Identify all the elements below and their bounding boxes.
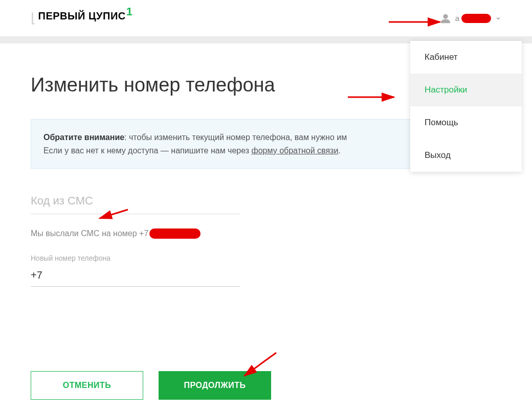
button-row: ОТМЕНИТЬ ПРОДОЛЖИТЬ (31, 371, 271, 400)
svg-point-0 (443, 14, 448, 18)
header: ⌊ ПЕРВЫЙ ЦУПИС 1 a (0, 0, 532, 36)
notice-after-link: . (338, 146, 340, 155)
feedback-form-link[interactable]: форму обратной связи (252, 146, 339, 155)
sms-code-input[interactable]: Код из СМС (31, 194, 240, 214)
user-dropdown-menu: Кабинет Настройки Помощь Выход (410, 41, 522, 172)
logo-bracket-icon: ⌊ (31, 10, 36, 26)
dropdown-item-logout[interactable]: Выход (410, 139, 522, 172)
notice-strong: Обратите внимание (43, 133, 124, 142)
chevron-down-icon (495, 15, 501, 21)
continue-button[interactable]: ПРОДОЛЖИТЬ (159, 371, 271, 400)
cancel-button[interactable]: ОТМЕНИТЬ (31, 371, 143, 400)
new-phone-label: Новый номер телефона (31, 254, 501, 262)
logo-superscript: 1 (126, 5, 133, 18)
sms-sent-prefix: Мы выслали СМС на номер +7 (31, 229, 148, 238)
dropdown-item-settings[interactable]: Настройки (410, 74, 522, 106)
user-menu-trigger[interactable]: a (440, 13, 501, 24)
phone-redacted (149, 228, 201, 239)
dropdown-item-cabinet[interactable]: Кабинет (410, 41, 522, 74)
logo-text: ПЕРВЫЙ ЦУПИС (38, 10, 126, 22)
sms-code-group: Код из СМС Мы выслали СМС на номер +7 Но… (31, 194, 501, 287)
notice-text-1: : чтобы изменить текущий номер телефона,… (124, 133, 347, 142)
user-name-prefix: a (455, 14, 459, 22)
dropdown-item-help[interactable]: Помощь (410, 106, 522, 139)
new-phone-input[interactable] (31, 266, 240, 287)
notice-text-2: Если у вас нет к нему доступа — напишите… (43, 146, 252, 155)
sms-sent-text: Мы выслали СМС на номер +7 (31, 228, 501, 239)
user-icon (440, 13, 451, 24)
logo[interactable]: ⌊ ПЕРВЫЙ ЦУПИС 1 (31, 10, 133, 26)
user-name-redacted (461, 14, 491, 23)
